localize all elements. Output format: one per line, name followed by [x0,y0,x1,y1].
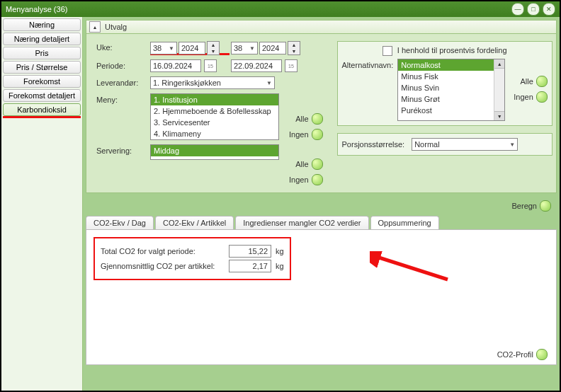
value-avg-co2: 2,17 [229,260,271,272]
calendar-icon[interactable]: 15 [204,59,217,72]
close-icon[interactable]: ✕ [543,3,555,16]
servering-alle-button[interactable]: Alle [295,158,322,170]
sidebar-item-forekomst-detaljert[interactable]: Forekomst detaljert [3,89,81,102]
meny-listbox[interactable]: 1. Institusjon 2. Hjemmeboende & Bofelle… [150,93,279,140]
sidebar-item-naering[interactable]: Næring [3,18,81,31]
porsjon-select[interactable]: Normal▼ [412,138,518,151]
utvalg-header: ▴ Utvalg [86,21,556,34]
collapse-icon[interactable]: ▴ [89,21,101,33]
chevron-down-icon: ▼ [509,142,515,148]
alternativnavn-listbox[interactable]: Normalkost Minus Fisk Minus Svin Minus G… [397,59,505,121]
beregn-button[interactable]: Beregn [512,200,551,212]
window-title: Menyanalyse (36) [6,5,67,13]
sidebar-item-naering-detaljert[interactable]: Næring detaljert [3,33,81,45]
week2-num-select[interactable]: 38▼ [231,42,258,54]
minimize-icon[interactable]: — [511,3,524,16]
list-item[interactable]: Middag [151,145,278,156]
alt-alle-button[interactable]: Alle [520,76,547,87]
week1-num-select[interactable]: 38▼ [150,42,177,54]
tab-pane-oppsummering: Total CO2 for valgt periode: 15,22 kg Gj… [86,229,557,365]
label-meny: Meny: [96,93,146,104]
maximize-icon[interactable]: □ [527,3,540,16]
list-item[interactable]: 2. Hjemmeboende & Bofellesskap [151,105,278,117]
list-item[interactable]: Minus Svin [398,82,504,93]
chevron-down-icon: ▼ [169,45,174,52]
scrollbar[interactable]: ▲▼ [494,59,504,120]
tab-co2-dag[interactable]: CO2-Ekv / Dag [86,216,154,229]
utvalg-title: Utvalg [105,23,127,31]
sidebar-item-pris[interactable]: Pris [3,47,81,59]
week1-spinner[interactable]: ▲▼ [207,41,220,55]
label-leverandor: Leverandør: [96,76,146,87]
annotation-redbox-icon: Total CO2 for valgt periode: 15,22 kg Gj… [94,237,291,280]
meny-alle-button[interactable]: Alle [295,113,322,125]
svg-line-0 [377,257,448,279]
week2-spinner[interactable]: ▲▼ [288,41,300,55]
list-item[interactable]: Minus Grøt [398,93,504,105]
list-item[interactable]: Purékost [398,105,504,116]
list-item[interactable]: 3. Servicesenter [151,117,278,128]
list-item[interactable]: Minus Fisk [398,71,504,82]
tabbar: CO2-Ekv / Dag CO2-Ekv / Artikkel Ingredi… [86,216,557,229]
servering-ingen-button[interactable]: Ingen [289,174,323,185]
sidebar-item-karbondioksid[interactable]: Karbondioksid [3,103,81,116]
meny-ingen-button[interactable]: Ingen [289,129,323,140]
date-from-input[interactable]: 16.09.2024 [150,59,201,72]
sidebar-item-pris-storrelse[interactable]: Pris / Størrelse [3,61,81,74]
list-item[interactable]: 1. Institusjon [151,94,278,105]
henhold-checkbox[interactable] [382,46,392,56]
week2-year-select[interactable]: 2024 [259,42,286,54]
label-porsjon: Porsjonsstørrelse: [342,140,405,149]
leverandor-select[interactable]: 1. Ringerikskjøkken▼ [150,76,275,89]
week1-year-select[interactable]: 2024 [178,42,205,54]
tab-co2-artikkel[interactable]: CO2-Ekv / Artikkel [155,216,234,229]
unit-kg: kg [276,247,284,255]
label-avg-co2: Gjennomsnittlig CO2 per artikkel: [101,262,225,270]
label-servering: Servering: [96,144,146,155]
annotation-arrow-icon [370,251,455,287]
calendar-icon[interactable]: 15 [285,59,298,72]
co2-profil-button[interactable]: CO2-Profil [497,349,548,360]
titlebar: Menyanalyse (36) — □ ✕ [1,1,560,17]
label-alternativnavn: Alternativnavn: [342,59,394,69]
label-total-co2: Total CO2 for valgt periode: [101,247,225,255]
sidebar: Næring Næring detaljert Pris Pris / Stør… [1,17,83,391]
sidebar-item-forekomst[interactable]: Forekomst [3,75,81,88]
unit-kg: kg [276,262,284,270]
label-periode: Periode: [96,59,146,70]
tab-ingredienser[interactable]: Ingredienser mangler CO2 verdier [235,216,368,229]
list-item[interactable]: Normalkost [398,59,504,71]
tab-oppsummering[interactable]: Oppsummering [370,216,439,229]
chevron-down-icon: ▼ [249,45,255,52]
date-to-input[interactable]: 22.09.2024 [231,59,282,72]
label-henhold: I henhold til prosentvis fordeling [397,46,507,54]
label-uke: Uke: [96,41,146,52]
servering-listbox[interactable]: Middag [150,144,279,160]
chevron-down-icon: ▼ [266,80,272,86]
value-total-co2: 15,22 [229,245,271,258]
list-item[interactable]: 4. Klimameny [151,128,278,139]
alt-ingen-button[interactable]: Ingen [514,91,548,103]
annotation-underline-icon [3,116,81,118]
